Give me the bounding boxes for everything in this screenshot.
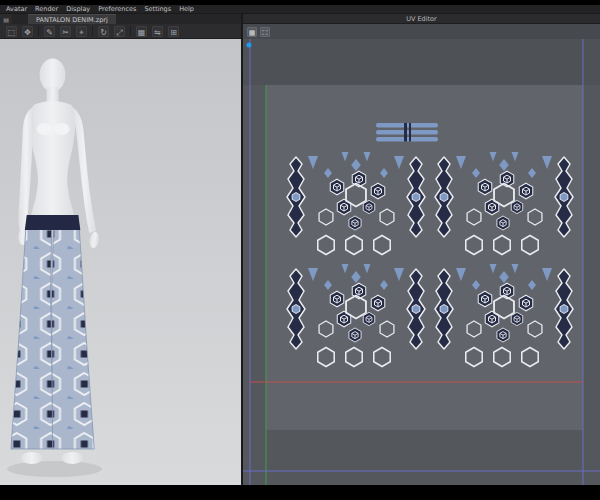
uv-grid-icon[interactable]: ▦ [247,27,257,37]
menu-item-render[interactable]: Render [35,5,58,14]
document-icon[interactable]: ▤ [0,14,12,24]
viewport-column: ▤ PANTALON DENIM.zprj ⬚ ✥ ✎ ✂ ⌖ ↻ ⤢ ▦ ⇋ … [0,14,243,485]
uv-editor-panel: UV Editor ▦ ⛶ [243,14,600,485]
patterned-pants [11,215,94,449]
uv-fit-icon[interactable]: ⛶ [260,27,270,37]
mannequin-right-arm [19,107,34,231]
active-project-tab[interactable]: PANTALON DENIM.zprj [28,14,116,24]
pen-tool-icon[interactable]: ✎ [44,26,55,37]
pin-tool-icon[interactable]: ⌖ [76,26,87,37]
menubar: Avatar Render Display Preferences Settin… [0,5,600,14]
uv-editor-toolbar: ▦ ⛶ [243,24,600,39]
letterbox-bottom [0,485,600,500]
application-window: Avatar Render Display Preferences Settin… [0,0,600,500]
menu-item-avatar[interactable]: Avatar [6,5,27,14]
3d-viewport[interactable] [0,39,241,485]
rotate-tool-icon[interactable]: ↻ [98,26,109,37]
move-tool-icon[interactable]: ✥ [22,26,33,37]
mannequin-foot [61,452,83,464]
uv-editor-header[interactable]: UV Editor [243,14,600,24]
toolbar-separator [38,26,39,36]
main-toolbar: ⬚ ✥ ✎ ✂ ⌖ ↻ ⤢ ▦ ⇋ ⊞ [0,24,241,39]
pants-waistband [25,215,81,230]
menu-item-help[interactable]: Help [179,5,194,14]
scale-tool-icon[interactable]: ⤢ [114,26,125,37]
uv-top-band [243,39,600,85]
uv-origin-dot[interactable] [247,43,252,48]
tabbar: ▤ PANTALON DENIM.zprj [0,14,241,24]
select-tool-icon[interactable]: ⬚ [6,26,17,37]
uv-canvas[interactable] [243,39,600,485]
mannequin-left-arm [72,107,96,233]
waistband-pattern-pieces[interactable] [376,123,438,142]
cut-tool-icon[interactable]: ✂ [60,26,71,37]
floor-shadow [7,461,102,477]
menu-item-settings[interactable]: Settings [144,5,171,14]
mirror-tool-icon[interactable]: ⇋ [152,26,163,37]
uv-scene [243,39,600,485]
menu-item-preferences[interactable]: Preferences [98,5,136,14]
main-content: ▤ PANTALON DENIM.zprj ⬚ ✥ ✎ ✂ ⌖ ↻ ⤢ ▦ ⇋ … [0,14,600,485]
grid-tool-icon[interactable]: ▦ [136,26,147,37]
add-tool-icon[interactable]: ⊞ [168,26,179,37]
mannequin-foot [21,452,43,464]
menu-item-display[interactable]: Display [66,5,90,14]
toolbar-separator [92,26,93,36]
3d-scene [0,39,241,485]
uv-editor-title: UV Editor [406,15,437,23]
uv-workspace-area [266,85,583,430]
toolbar-separator [130,26,131,36]
